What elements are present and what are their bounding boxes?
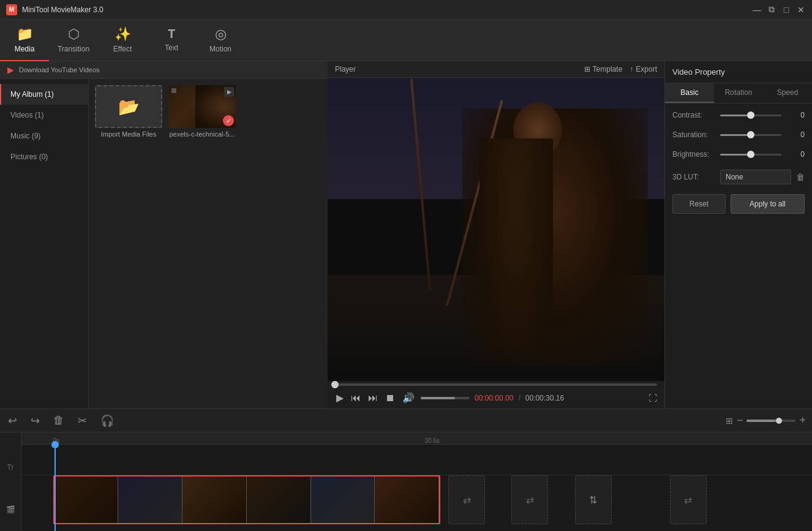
transition-icon-2: ⇄ [526,494,534,506]
youtube-icon: ▶ [7,65,14,75]
lut-label: 3D LUT: [672,173,715,181]
sidebar-item-my-album[interactable]: My Album (1) [0,84,88,105]
next-frame-button[interactable]: ⏭ [367,391,379,405]
prev-frame-button[interactable]: ⏮ [350,391,362,405]
download-bar: ▶ Download YouTube Videos [0,61,328,79]
tab-rotation[interactable]: Rotation [714,83,763,103]
sidebar-item-music[interactable]: Music (9) [0,126,88,146]
transition-icon-1: ⇄ [463,494,471,506]
saturation-slider[interactable] [720,134,781,136]
tab-speed[interactable]: Speed [763,83,812,103]
contrast-slider[interactable] [720,115,781,116]
stop-button[interactable]: ⏹ [384,391,396,405]
volume-button[interactable]: 🔊 [401,391,416,405]
video-media-item[interactable]: ▶ ✓ pexels-c-technical-5... [168,85,236,138]
export-button[interactable]: ↑ Export [630,65,657,73]
toolbar-item-effect[interactable]: ✨ Effect [98,20,147,61]
toolbar: 📁 Media ⬡ Transition ✨ Effect T Text ◎ M… [0,20,812,61]
delete-button[interactable]: 🗑 [51,412,66,429]
saturation-value: 0 [786,130,805,139]
contrast-handle[interactable] [747,111,754,119]
maximize-button[interactable]: □ [781,5,791,15]
import-label: Import Media Files [95,130,162,138]
cut-button[interactable]: ✂ [76,412,89,429]
text-track-area [21,445,812,475]
video-badge-icon: ▶ [224,87,234,97]
brightness-slider[interactable] [720,154,781,156]
property-body: Contrast: 0 Saturation: [665,104,812,409]
reset-button[interactable]: Reset [672,194,726,214]
app-title: MiniTool MovieMaker 3.0 [22,6,103,14]
app-icon: M [6,4,17,15]
timeline-ruler: 0s 30.6s [21,432,812,445]
video-thumbnail: ▶ ✓ [168,85,236,128]
brightness-row: Brightness: 0 [672,150,805,159]
media-panel: 📂 Import Media Files [89,79,328,409]
video-preview [328,78,664,381]
apply-to-all-button[interactable]: Apply to all [731,194,805,214]
tab-basic[interactable]: Basic [665,83,714,103]
saturation-slider-wrap [720,134,781,136]
undo-button[interactable]: ↩ [6,412,19,429]
contrast-row: Contrast: 0 [672,111,805,119]
close-button[interactable]: ✕ [796,5,806,15]
zoom-out-button[interactable]: − [737,414,743,427]
player-actions: ⊞ Template ↑ Export [584,65,657,73]
check-badge: ✓ [223,115,234,126]
effect-icon: ✨ [115,26,131,42]
playhead[interactable] [55,445,56,531]
template-button[interactable]: ⊞ Template [584,65,623,73]
minimize-button[interactable]: — [752,5,762,15]
player-title: Player [335,65,356,73]
download-label[interactable]: Download YouTube Videos [19,66,100,73]
progress-handle[interactable] [331,381,339,388]
clip-frame-4 [247,476,311,523]
saturation-handle[interactable] [747,131,754,138]
redo-button[interactable]: ↪ [29,412,42,429]
zoom-handle[interactable] [776,418,782,424]
restore-button[interactable]: ⧉ [767,5,776,15]
fullscreen-button[interactable]: ⛶ [648,393,657,403]
toolbar-item-media[interactable]: 📁 Media [0,20,49,61]
brightness-fill [720,154,751,156]
toolbar-item-transition[interactable]: ⬡ Transition [49,20,98,61]
progress-bar[interactable] [335,383,657,386]
transition-slot-1[interactable]: ⇄ [448,475,485,524]
toolbar-effect-label: Effect [113,45,132,53]
sidebar-item-pictures[interactable]: Pictures (0) [0,146,88,167]
import-media-item[interactable]: 📂 Import Media Files [95,85,162,138]
transition-slot-2[interactable]: ⇄ [511,475,548,524]
saturation-label: Saturation: [672,130,715,139]
toolbar-text-label: Text [165,43,178,52]
panels-row: My Album (1) Videos (1) Music (9) Pictur… [0,79,328,409]
controls-row: ▶ ⏮ ⏭ ⏹ 🔊 00:00:00.00 / 00:00:30.16 ⛶ [335,390,657,406]
audio-button[interactable]: 🎧 [99,412,116,429]
transition-slot-4[interactable]: ⇄ [670,475,707,524]
transition-slot-3[interactable]: ⇅ [575,475,612,524]
lut-select[interactable]: None [720,170,791,184]
toolbar-item-text[interactable]: T Text [147,20,196,61]
brightness-handle[interactable] [747,151,754,158]
left-sidebar-panel: My Album (1) Videos (1) Music (9) Pictur… [0,79,89,409]
zoom-track[interactable] [746,420,795,422]
sidebar-item-videos[interactable]: Videos (1) [0,105,88,126]
brightness-label: Brightness: [672,150,715,159]
toolbar-item-motion[interactable]: ◎ Motion [196,20,245,61]
player-header: Player ⊞ Template ↑ Export [328,61,664,78]
action-row: Reset Apply to all [672,194,805,214]
motion-icon: ◎ [215,26,227,42]
player-area: Player ⊞ Template ↑ Export [328,61,665,409]
fit-icon: ⊞ [726,416,733,426]
video-clip[interactable] [53,475,441,524]
export-icon: ↑ [630,65,633,73]
timeline: ↩ ↪ 🗑 ✂ 🎧 ⊞ − + Tr 🎬 0s 30.6s [0,409,812,531]
saturation-fill [720,134,751,136]
zoom-in-button[interactable]: + [799,414,806,427]
volume-slider[interactable] [421,397,470,399]
time-separator: / [518,394,520,402]
video-label: pexels-c-technical-5... [168,130,236,138]
lut-delete-button[interactable]: 🗑 [796,172,805,182]
play-button[interactable]: ▶ [335,391,345,405]
total-time: 00:00:30.16 [525,394,564,402]
contrast-value: 0 [786,111,805,119]
